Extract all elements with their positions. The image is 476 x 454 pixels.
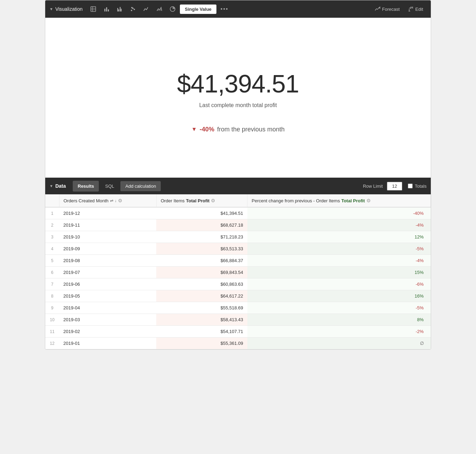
row-num: 2 — [45, 219, 59, 231]
table-row: 1 2019-12 $41,394.51 -40% — [45, 207, 431, 219]
date-col-settings-icon[interactable]: ⚙ — [118, 198, 122, 203]
row-limit-label: Row Limit — [363, 184, 383, 189]
row-date: 2019-11 — [59, 219, 156, 231]
sort-down-icon[interactable]: ↓ — [115, 198, 117, 203]
forecast-button[interactable]: Forecast — [371, 4, 403, 14]
row-profit: $58,413.43 — [156, 314, 247, 326]
row-pct: ∅ — [247, 338, 431, 349]
svg-rect-10 — [121, 9, 122, 11]
pct-col-label-bold: Total Profit — [341, 198, 365, 203]
chevron-down-icon: ▼ — [49, 7, 53, 11]
area-chart-button[interactable] — [153, 4, 165, 14]
row-date: 2019-02 — [59, 326, 156, 338]
row-date: 2019-12 — [59, 207, 156, 219]
grouped-bar-icon — [117, 6, 123, 12]
row-date: 2019-07 — [59, 267, 156, 278]
row-date: 2019-08 — [59, 255, 156, 267]
add-calculation-button[interactable]: Add calculation — [120, 181, 161, 191]
grouped-bar-button[interactable] — [114, 4, 126, 14]
row-profit: $71,218.23 — [156, 231, 247, 243]
tab-sql[interactable]: SQL — [100, 181, 119, 192]
edit-icon — [408, 6, 414, 12]
row-limit-input[interactable] — [387, 182, 402, 190]
row-pct: -40% — [247, 207, 431, 219]
row-profit: $41,394.51 — [156, 207, 247, 219]
viz-toolbar: ▼ Visualization — [45, 0, 431, 18]
profit-col-settings-icon[interactable]: ⚙ — [211, 198, 215, 203]
row-num: 9 — [45, 302, 59, 314]
pie-chart-button[interactable] — [167, 4, 178, 14]
area-chart-icon — [156, 6, 162, 12]
single-value-button[interactable]: Single Value — [180, 5, 216, 14]
viz-display-area: $41,394.51 Last complete month total pro… — [45, 18, 431, 178]
svg-point-14 — [131, 7, 133, 8]
scatter-button[interactable] — [127, 4, 139, 14]
comparison-pct: -40% — [200, 126, 214, 133]
profit-col-label-bold: Total Profit — [186, 198, 210, 203]
row-pct: 8% — [247, 314, 431, 326]
table-row: 4 2019-09 $63,513.33 -5% — [45, 243, 431, 255]
scatter-icon — [130, 6, 136, 12]
row-pct: -2% — [247, 326, 431, 338]
row-pct: 12% — [247, 231, 431, 243]
forecast-icon — [375, 6, 380, 12]
table-row: 11 2019-02 $54,107.71 -2% — [45, 326, 431, 338]
row-profit: $64,617.22 — [156, 290, 247, 302]
table-view-button[interactable] — [87, 4, 99, 14]
pie-chart-icon — [169, 6, 176, 12]
table-row: 2 2019-11 $68,627.18 -4% — [45, 219, 431, 231]
svg-rect-5 — [106, 7, 107, 11]
row-profit: $69,843.54 — [156, 267, 247, 278]
data-table-container: Orders Created Month ⇌ ↓ ⚙ Order Items T… — [45, 194, 431, 349]
totals-checkbox[interactable] — [408, 184, 413, 188]
row-profit: $68,627.18 — [156, 219, 247, 231]
row-date: 2019-01 — [59, 338, 156, 349]
svg-point-11 — [131, 10, 132, 11]
row-pct: -5% — [247, 302, 431, 314]
bar-chart-icon — [103, 6, 110, 12]
viz-toolbar-title: ▼ Visualization — [49, 6, 82, 12]
col-header-date: Orders Created Month ⇌ ↓ ⚙ — [59, 194, 156, 207]
data-chevron-icon: ▼ — [49, 184, 53, 188]
row-num: 5 — [45, 255, 59, 267]
table-icon — [90, 6, 96, 12]
data-toolbar: ▼ Data Results SQL Add calculation Row L… — [45, 178, 431, 194]
table-row: 10 2019-03 $58,413.43 8% — [45, 314, 431, 326]
data-toolbar-title: ▼ Data — [49, 183, 66, 189]
table-row: 5 2019-08 $66,884.37 -4% — [45, 255, 431, 267]
row-date: 2019-06 — [59, 278, 156, 290]
filter-icon[interactable]: ⇌ — [110, 198, 113, 203]
more-options-button[interactable]: ••• — [218, 4, 231, 14]
table-header-row: Orders Created Month ⇌ ↓ ⚙ Order Items T… — [45, 194, 431, 207]
line-chart-icon — [143, 6, 149, 12]
comparison-text: from the previous month — [217, 126, 285, 133]
edit-button[interactable]: Edit — [405, 4, 427, 14]
col-header-profit: Order Items Total Profit ⚙ — [156, 194, 247, 207]
row-num: 12 — [45, 338, 59, 349]
svg-rect-0 — [91, 7, 96, 11]
table-row: 12 2019-01 $55,361.09 ∅ — [45, 338, 431, 349]
row-pct: -5% — [247, 243, 431, 255]
pct-col-settings-icon[interactable]: ⚙ — [366, 198, 371, 203]
row-num: 6 — [45, 267, 59, 278]
totals-label[interactable]: Totals — [408, 184, 427, 189]
row-pct: -4% — [247, 255, 431, 267]
row-date: 2019-09 — [59, 243, 156, 255]
svg-rect-6 — [108, 9, 109, 11]
pct-col-label-normal: Percent change from previous - Order Ite… — [252, 198, 340, 203]
row-num: 8 — [45, 290, 59, 302]
table-row: 9 2019-04 $55,518.69 -5% — [45, 302, 431, 314]
bar-chart-button[interactable] — [101, 4, 112, 14]
row-pct: -4% — [247, 219, 431, 231]
main-value-display: $41,394.51 — [177, 70, 299, 98]
line-chart-button[interactable] — [140, 4, 152, 14]
row-num: 4 — [45, 243, 59, 255]
table-row: 7 2019-06 $60,863.63 -6% — [45, 278, 431, 290]
row-num: 3 — [45, 231, 59, 243]
row-profit: $54,107.71 — [156, 326, 247, 338]
col-header-pct: Percent change from previous - Order Ite… — [247, 194, 431, 207]
row-pct: -6% — [247, 278, 431, 290]
row-profit: $55,361.09 — [156, 338, 247, 349]
tab-results[interactable]: Results — [73, 181, 99, 192]
row-profit: $55,518.69 — [156, 302, 247, 314]
